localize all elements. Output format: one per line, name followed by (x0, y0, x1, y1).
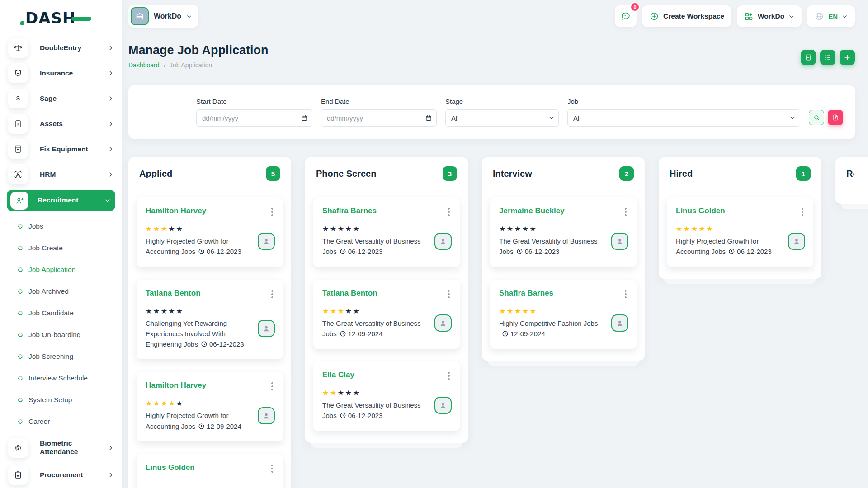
sidebar-subitem-label: Job Application (28, 266, 75, 274)
person-plus-icon (10, 192, 28, 210)
bullet-icon (17, 288, 24, 295)
column-title: Applied (139, 169, 172, 179)
reset-filter-button[interactable] (828, 110, 843, 125)
card-menu-icon[interactable] (446, 206, 452, 217)
create-workspace-button[interactable]: Create Workspace (642, 5, 731, 27)
sidebar-subitem-job-onboarding[interactable]: Job On-boarding (0, 324, 122, 346)
chevron-right-icon (108, 121, 114, 127)
applicant-card[interactable]: Tatiana Benton ★★★★★ The Great Versatili… (313, 280, 460, 349)
messages-badge: 0 (630, 2, 640, 12)
brand-logo[interactable]: DASH (25, 9, 89, 28)
card-menu-icon[interactable] (269, 463, 275, 474)
clock-icon (340, 330, 346, 337)
column-cards: Shafira Barnes ★★★★★ The Great Versatili… (305, 188, 468, 443)
sidebar-item-biometric-attendance[interactable]: Biometric Attendance (0, 433, 122, 462)
sidebar-item-doubleentry[interactable]: DoubleEntry (0, 35, 122, 61)
applicant-card[interactable]: Shafira Barnes ★★★★★ Highly Competitive … (490, 280, 637, 349)
sidebar-item-hrm[interactable]: HRM (0, 162, 122, 187)
star-rating: ★★★★★ (146, 308, 252, 315)
breadcrumb-dashboard-link[interactable]: Dashboard (128, 61, 160, 69)
sidebar-item-sage[interactable]: S Sage (0, 86, 122, 111)
shield-check-icon (8, 63, 28, 83)
calculator-icon (8, 114, 28, 134)
filter-panel: Start Date End Date Stage All Job All (128, 85, 855, 139)
applicant-name-link[interactable]: Hamilton Harvey (146, 206, 206, 216)
sidebar-item-label: HRM (40, 170, 94, 179)
sidebar-subitem-jobs[interactable]: Jobs (0, 216, 122, 237)
applicant-name-link[interactable]: Hamilton Harvey (146, 381, 206, 390)
sidebar-item-label: Sage (40, 94, 94, 103)
sidebar-subitem-job-candidate[interactable]: Job Candidate (0, 302, 122, 324)
workspace-name: WorkDo (154, 12, 181, 20)
applied-date: 06-12-2023 (209, 340, 244, 348)
search-button[interactable] (809, 110, 824, 125)
applicant-card[interactable]: Jermaine Buckley ★★★★★ The Great Versati… (490, 197, 637, 267)
applicant-name-link[interactable]: Shafira Barnes (499, 289, 553, 298)
column-cards: Linus Golden ★★★★★ Highly Projected Grow… (659, 188, 821, 279)
applicant-card[interactable]: Hamilton Harvey ★★★★★ Highly Projected G… (137, 372, 283, 441)
svg-text:S: S (16, 95, 20, 102)
applicant-name-link[interactable]: Tatiana Benton (146, 289, 201, 298)
card-menu-icon[interactable] (269, 289, 275, 300)
applicant-name-link[interactable]: Linus Golden (676, 206, 725, 216)
chevron-down-icon (104, 197, 111, 204)
star-rating: ★★★★★ (322, 225, 429, 233)
applicant-name-link[interactable]: Linus Golden (146, 463, 195, 472)
sidebar-subitem-job-create[interactable]: Job Create (0, 237, 122, 259)
end-date-label: End Date (321, 98, 437, 105)
sidebar-subitem-job-application[interactable]: Job Application (0, 259, 122, 281)
archive-button[interactable] (801, 50, 816, 65)
applicant-name-link[interactable]: Tatiana Benton (322, 289, 377, 298)
applicant-card[interactable]: Shafira Barnes ★★★★★ The Great Versatili… (313, 197, 460, 267)
sidebar-item-fix-equipment[interactable]: Fix Equipment (0, 136, 122, 162)
card-menu-icon[interactable] (623, 289, 628, 300)
job-select[interactable]: All (567, 109, 800, 127)
end-date-input[interactable] (321, 109, 437, 127)
start-date-input[interactable] (196, 109, 312, 127)
sidebar-item-assets[interactable]: Assets (0, 111, 122, 136)
card-menu-icon[interactable] (446, 289, 452, 300)
card-menu-icon[interactable] (623, 206, 628, 217)
list-icon (824, 53, 832, 61)
card-menu-icon[interactable] (446, 371, 452, 381)
applied-date: 06-12-2023 (737, 248, 772, 255)
applicant-card[interactable]: Linus Golden ★★★★★ Highly Projected Grow… (667, 197, 813, 267)
card-menu-icon[interactable] (269, 206, 275, 217)
add-application-button[interactable] (840, 50, 855, 65)
applicant-name-link[interactable]: Shafira Barnes (322, 206, 377, 216)
fingerprint-icon (8, 438, 28, 458)
workdo-menu-button[interactable]: WorkDo (737, 5, 802, 27)
sidebar-subitem-job-screening[interactable]: Job Screening (0, 346, 122, 367)
messages-button[interactable]: 0 (615, 5, 637, 27)
circle-plus-icon (649, 11, 659, 21)
sidebar-subitem-label: Job On-boarding (28, 331, 80, 339)
sidebar-item-procurement[interactable]: Procurement (0, 462, 122, 488)
card-menu-icon[interactable] (800, 206, 805, 217)
sidebar-item-recruitment[interactable]: Recruitment (7, 190, 115, 211)
bullet-icon (17, 310, 24, 316)
list-view-button[interactable] (820, 50, 835, 65)
column-cards: Jermaine Buckley ★★★★★ The Great Versati… (482, 188, 645, 361)
column-count-badge: 2 (619, 166, 634, 181)
breadcrumb-separator-icon: › (164, 62, 165, 69)
kanban-column-applied: Applied 5 Hamilton Harvey ★★★★★ Highly P… (128, 157, 291, 488)
chevron-right-icon (108, 445, 114, 451)
sidebar-subitem-system-setup[interactable]: System Setup (0, 389, 122, 411)
stage-select[interactable]: All (445, 109, 559, 127)
applicant-name-link[interactable]: Jermaine Buckley (499, 206, 565, 216)
workspace-switcher[interactable]: WorkDo (128, 5, 198, 28)
applicant-card[interactable]: Hamilton Harvey ★★★★★ Highly Projected G… (137, 197, 283, 267)
applicant-card[interactable]: Tatiana Benton ★★★★★ Challenging Yet Rew… (137, 280, 283, 360)
sidebar-subitem-career[interactable]: Career (0, 411, 122, 432)
sidebar-subitem-job-archived[interactable]: Job Archived (0, 281, 122, 302)
sidebar-subitem-interview-schedule[interactable]: Interview Schedule (0, 367, 122, 389)
applicant-name-link[interactable]: Ella Clay (322, 371, 354, 380)
card-menu-icon[interactable] (269, 381, 275, 392)
applicant-card[interactable]: Ella Clay ★★★★★ The Great Versatility of… (313, 361, 460, 431)
sidebar-item-insurance[interactable]: Insurance (0, 61, 122, 86)
applicant-card[interactable]: Linus Golden (137, 454, 283, 488)
avatar (611, 314, 628, 332)
language-selector[interactable]: EN (807, 5, 855, 27)
stage-field: Stage All (445, 98, 559, 127)
sidebar-item-label: Recruitment (38, 196, 92, 205)
